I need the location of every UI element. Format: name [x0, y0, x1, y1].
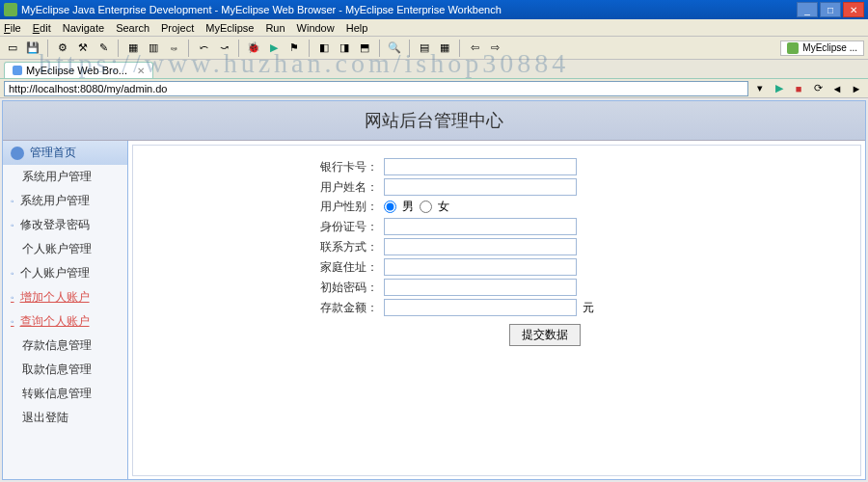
forward-icon[interactable]: ⇨ [486, 40, 503, 57]
tool-icon[interactable]: ▤ [416, 40, 433, 57]
menu-edit[interactable]: Edit [33, 22, 51, 34]
stop-nav-icon[interactable]: ■ [791, 81, 806, 96]
tool-icon[interactable]: ▦ [124, 40, 142, 57]
tool-icon[interactable]: ⬒ [356, 40, 373, 57]
sidebar-item[interactable]: 查询个人账户 [3, 309, 127, 334]
field-label: 身份证号： [152, 219, 384, 235]
menu-project[interactable]: Project [161, 22, 194, 34]
minimize-button[interactable]: _ [797, 2, 818, 17]
sidebar-item[interactable]: 转账信息管理 [3, 382, 127, 406]
tool-icon[interactable]: ◧ [315, 40, 333, 57]
text-field[interactable] [384, 258, 577, 276]
sidebar-item[interactable]: 退出登陆 [3, 406, 127, 430]
sidebar-item[interactable]: 修改登录密码 [3, 213, 127, 237]
menu-file[interactable]: File [4, 22, 21, 34]
back-nav-icon[interactable]: ◄ [829, 81, 845, 96]
gender-male-radio[interactable] [384, 201, 396, 213]
dropdown-icon[interactable]: ▾ [752, 81, 768, 96]
gender-male-label: 男 [402, 199, 414, 215]
myeclipse-logo-icon [787, 42, 799, 54]
maximize-button[interactable]: □ [820, 2, 841, 17]
tool-icon[interactable]: ⎃ [165, 40, 182, 57]
form-row: 身份证号： [152, 218, 841, 235]
run-icon[interactable]: ▶ [265, 40, 283, 57]
tool-icon[interactable]: ✎ [95, 40, 112, 57]
go-icon[interactable]: ▶ [772, 81, 787, 96]
form-row: 初始密码： [152, 279, 841, 296]
tool-icon[interactable]: ◨ [336, 40, 353, 57]
form-row: 存款金额：元 [152, 299, 841, 316]
form-row: 用户性别：男女 [152, 199, 841, 215]
text-field[interactable] [384, 178, 577, 196]
menu-run[interactable]: Run [265, 22, 285, 34]
window-title: MyEclipse Java Enterprise Development - … [21, 4, 502, 15]
forward-nav-icon[interactable]: ► [849, 81, 864, 96]
debug-icon[interactable]: 🐞 [245, 40, 262, 57]
tool-icon[interactable]: ⤻ [215, 40, 232, 57]
form-row: 用户姓名： [152, 178, 841, 196]
sidebar-item[interactable]: 个人账户管理 [3, 261, 127, 285]
save-icon[interactable]: 💾 [24, 40, 41, 57]
tool-icon[interactable]: ▦ [436, 40, 453, 57]
back-icon[interactable]: ⇦ [466, 40, 483, 57]
gender-female-label: 女 [438, 199, 449, 215]
sidebar-item[interactable]: 存款信息管理 [3, 334, 127, 358]
close-tab-icon[interactable]: ✕ [137, 66, 145, 76]
field-label: 联系方式： [152, 239, 384, 255]
main-toolbar: ▭ 💾 ⚙ ⚒ ✎ ▦ ▥ ⎃ ⤺ ⤻ 🐞 ▶ ⚑ ◧ ◨ ⬒ 🔍 ▤ ▦ ⇦ … [0, 37, 868, 60]
close-button[interactable]: ✕ [843, 2, 864, 17]
tool-icon[interactable]: ⚙ [54, 40, 71, 57]
menu-navigate[interactable]: Navigate [63, 22, 104, 34]
form-row: 联系方式： [152, 238, 841, 255]
gear-icon [11, 147, 24, 160]
sidebar-header[interactable]: 管理首页 [3, 141, 127, 165]
app-icon [4, 3, 17, 16]
sidebar-item[interactable]: 系统用户管理 [3, 189, 127, 213]
browser-address-bar: ▾ ▶ ■ ⟳ ◄ ► [0, 79, 868, 98]
sidebar-header-label: 管理首页 [30, 145, 76, 161]
field-label: 银行卡号： [152, 159, 384, 175]
field-label: 用户性别： [152, 199, 384, 215]
browser-tab-icon [13, 66, 22, 75]
admin-sidebar: 管理首页 系统用户管理系统用户管理修改登录密码个人账户管理个人账户管理增加个人账… [3, 141, 128, 480]
field-label: 用户姓名： [152, 179, 384, 196]
browser-tab-label: MyEclipse Web Bro... [26, 65, 127, 76]
menu-help[interactable]: Help [346, 22, 368, 34]
menu-window[interactable]: Window [297, 22, 335, 34]
sidebar-item[interactable]: 系统用户管理 [3, 165, 127, 189]
form-row: 银行卡号： [152, 158, 841, 175]
form-row: 家庭住址： [152, 258, 841, 276]
browser-viewport: 网站后台管理中心 管理首页 系统用户管理系统用户管理修改登录密码个人账户管理个人… [2, 100, 866, 480]
field-label: 初始密码： [152, 280, 384, 296]
new-icon[interactable]: ▭ [4, 40, 21, 57]
menubar: File Edit Navigate Search Project MyEcli… [0, 19, 868, 37]
gender-female-radio[interactable] [420, 201, 432, 213]
text-field[interactable] [384, 299, 577, 316]
text-field[interactable] [384, 218, 577, 235]
text-field[interactable] [384, 279, 577, 296]
browser-tab[interactable]: MyEclipse Web Bro... ✕ [4, 62, 153, 78]
sidebar-item[interactable]: 增加个人账户 [3, 285, 127, 309]
text-field[interactable] [384, 238, 577, 255]
menu-myeclipse[interactable]: MyEclipse [205, 22, 254, 34]
sidebar-item[interactable]: 个人账户管理 [3, 237, 127, 261]
perspective-label: MyEclipse ... [802, 42, 857, 53]
search-icon[interactable]: 🔍 [386, 40, 403, 57]
window-titlebar: MyEclipse Java Enterprise Development - … [0, 0, 868, 19]
refresh-icon[interactable]: ⟳ [810, 81, 826, 96]
tool-icon[interactable]: ⚑ [285, 40, 303, 57]
tool-icon[interactable]: ⤺ [195, 40, 212, 57]
tool-icon[interactable]: ⚒ [74, 40, 92, 57]
form-panel: 银行卡号：用户姓名：用户性别：男女身份证号：联系方式：家庭住址：初始密码：存款金… [132, 145, 861, 476]
submit-button[interactable]: 提交数据 [509, 324, 581, 346]
url-input[interactable] [4, 81, 748, 96]
field-suffix: 元 [583, 300, 594, 316]
field-label: 存款金额： [152, 300, 384, 316]
gender-radio-group: 男女 [384, 199, 449, 215]
page-title: 网站后台管理中心 [3, 101, 865, 141]
tool-icon[interactable]: ▥ [145, 40, 162, 57]
perspective-badge[interactable]: MyEclipse ... [780, 40, 864, 56]
sidebar-item[interactable]: 取款信息管理 [3, 358, 127, 382]
menu-search[interactable]: Search [116, 22, 149, 34]
text-field[interactable] [384, 158, 577, 175]
